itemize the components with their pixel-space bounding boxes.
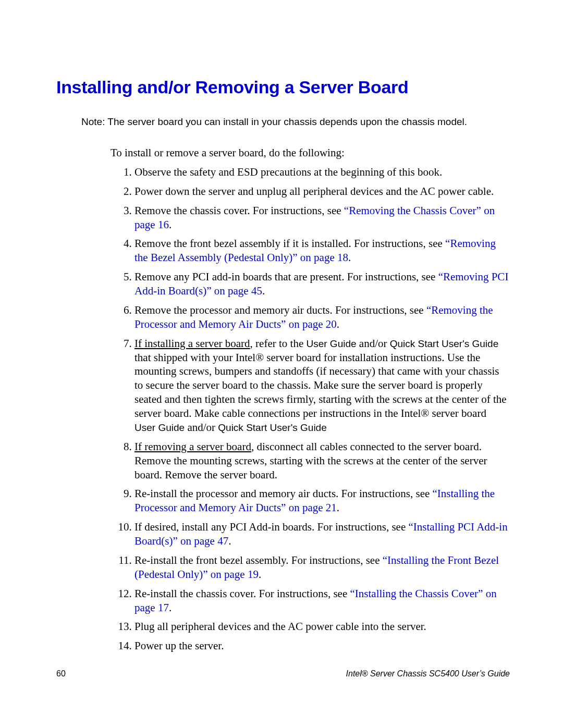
intro-line: To install or remove a server board, do … <box>111 145 510 160</box>
step-item: Re-install the chassis cover. For instru… <box>134 587 510 618</box>
step-item: Remove the processor and memory air duct… <box>134 303 510 335</box>
step-list: Observe the safety and ESD precautions a… <box>111 165 510 656</box>
doc-ref: User Guide <box>306 338 359 349</box>
note-text: The server board you can install in your… <box>105 116 467 127</box>
step-item: Power up the server. <box>134 639 510 656</box>
doc-ref: User Guide <box>134 422 187 433</box>
step-text: Remove any PCI add-in boards that are pr… <box>134 270 438 283</box>
step-text: . <box>169 218 172 231</box>
page-footer: 60 Intel® Server Chassis SC5400 User’s G… <box>56 669 510 678</box>
step-item: Remove any PCI add-in boards that are pr… <box>134 270 510 301</box>
step-emphasis: If installing a server board <box>134 337 250 350</box>
step-text: . <box>169 601 172 614</box>
step-text: Remove the chassis cover. For instructio… <box>134 204 344 217</box>
step-item: Re-install the processor and memory air … <box>134 487 510 518</box>
note-line: Note: The server board you can install i… <box>81 115 510 129</box>
step-emphasis: If removing a server board <box>134 440 251 453</box>
step-item: Remove the front bezel assembly if it is… <box>134 237 510 268</box>
section-heading: Installing and/or Removing a Server Boar… <box>56 77 510 97</box>
doc-ref: Quick Start User's Guide <box>218 422 326 433</box>
step-text: that shipped with your Intel® server boa… <box>134 351 507 420</box>
step-item: If desired, install any PCI Add-in board… <box>134 520 510 551</box>
step-text: . <box>262 285 265 297</box>
step-text: . <box>348 251 351 264</box>
doc-title-footer: Intel® Server Chassis SC5400 User’s Guid… <box>346 669 510 678</box>
step-text: Re-install the front bezel assembly. For… <box>134 554 383 566</box>
doc-ref: Quick Start User's Guide <box>390 338 498 349</box>
step-item: Remove the chassis cover. For instructio… <box>134 204 510 235</box>
page-body: Installing and/or Removing a Server Boar… <box>56 77 510 658</box>
step-item: If installing a server board, refer to t… <box>134 337 510 438</box>
step-text: . <box>259 568 261 581</box>
step-text: Re-install the chassis cover. For instru… <box>134 587 350 600</box>
step-item: Re-install the front bezel assembly. For… <box>134 553 510 585</box>
step-item: If removing a server board, disconnect a… <box>134 440 510 485</box>
step-text: and/or <box>359 337 390 350</box>
step-text: Remove the processor and memory air duct… <box>134 304 426 316</box>
step-item: Observe the safety and ESD precautions a… <box>134 165 510 182</box>
step-item: Power down the server and unplug all per… <box>134 184 510 202</box>
step-text: . <box>337 318 339 330</box>
step-text: If desired, install any PCI Add-in board… <box>134 521 409 533</box>
note-prefix: Note: <box>81 116 105 127</box>
step-text: and/or <box>187 421 218 434</box>
page-number: 60 <box>56 669 66 678</box>
step-text: Remove the front bezel assembly if it is… <box>134 237 445 250</box>
step-text: Re-install the processor and memory air … <box>134 487 433 500</box>
step-text: . <box>337 501 339 514</box>
step-text: , refer to the <box>250 337 307 350</box>
step-item: Plug all peripheral devices and the AC p… <box>134 620 510 637</box>
step-text: . <box>228 535 231 547</box>
